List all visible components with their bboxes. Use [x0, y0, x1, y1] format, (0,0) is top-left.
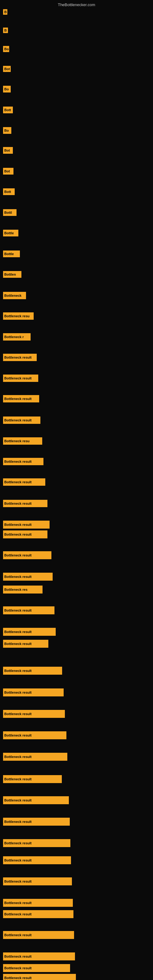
bar-label: Bo	[3, 46, 9, 52]
bar-item: Bottleneck result	[3, 818, 70, 826]
bar-item: Bottleneck result	[3, 573, 53, 581]
bar-item: Bottleneck resu	[3, 438, 42, 445]
bar-label: Bot	[3, 168, 13, 175]
bar-label: Bottleneck r	[3, 333, 30, 340]
bar-item: Bottl	[3, 209, 16, 216]
bar-item: Bott	[3, 188, 15, 195]
bar-label: Bottleneck result	[3, 478, 45, 486]
bar-item: Bottleneck result	[3, 731, 66, 739]
bar-label: Bottleneck result	[3, 731, 66, 739]
bar-item: Bottleneck result	[3, 606, 54, 614]
bar-label: Bottleneck result	[3, 573, 53, 581]
bar-item: Bottleneck result	[3, 796, 69, 804]
bar-item: Bottleneck result	[3, 667, 62, 675]
bar-item: Bottleneck result	[3, 931, 74, 939]
bar-label: Bottleneck result	[3, 500, 48, 507]
bar-label: Bottleneck result	[3, 689, 64, 697]
bar-label: Bottleneck res	[3, 585, 43, 593]
bar-item: Bottleneck result	[3, 395, 39, 402]
bar-item: Bottleneck res	[3, 585, 43, 593]
bar-item: Bottleneck result	[3, 478, 45, 486]
bar-item: Bottleneck result	[3, 551, 51, 559]
bar-label: Bottleneck resu	[3, 312, 33, 320]
bar-label: Bottl	[3, 209, 16, 216]
bar-item: Bo	[3, 127, 11, 134]
bar-label: Bottleneck result	[3, 530, 48, 538]
bar-label: Bottleneck result	[3, 953, 75, 960]
bar-label: Bottleneck result	[3, 964, 70, 972]
bar-item: Bottleneck result	[3, 520, 49, 528]
bar-label: Bo	[3, 127, 11, 134]
bar-label: Bottleneck result	[3, 775, 62, 783]
bar-label: Bottle	[3, 230, 18, 236]
bar-label: Bottleneck result	[3, 417, 40, 424]
bar-label: Bottle	[3, 250, 20, 257]
bar-item: Bottleneck result	[3, 689, 64, 697]
bar-item: B	[3, 9, 7, 15]
bar-label: Bott	[3, 188, 15, 195]
bar-item: B	[3, 27, 8, 33]
bar-item: Bottleneck result	[3, 964, 70, 972]
bar-label: Bottleneck result	[3, 667, 62, 675]
bar-item: Bottleneck result	[3, 839, 70, 847]
bar-label: Bottleneck result	[3, 458, 43, 465]
bar-item: Bottleneck result	[3, 974, 76, 980]
bar-item: Bottleneck result	[3, 753, 67, 761]
bar-item: Bottleneck result	[3, 458, 43, 465]
bar-item: Bo	[3, 86, 11, 92]
bar-item: Bottleneck result	[3, 856, 71, 864]
bar-label: Bottleneck result	[3, 395, 39, 402]
bar-item: Bottleneck result	[3, 899, 73, 907]
bar-label: Bottleneck result	[3, 899, 73, 907]
bar-label: Bo	[3, 86, 11, 92]
bar-label: Bot	[3, 66, 11, 72]
bar-item: Bottleneck result	[3, 354, 37, 361]
bar-label: Bottleneck result	[3, 818, 70, 826]
bar-item: Bot	[3, 66, 11, 72]
bar-item: Bott	[3, 107, 13, 113]
bar-label: Bott	[3, 107, 13, 113]
bar-label: Bottlen	[3, 271, 21, 278]
bar-label: Bottleneck result	[3, 796, 69, 804]
bar-label: Bot	[3, 147, 13, 154]
bar-item: Bottleneck result	[3, 953, 75, 960]
bar-item: Bottleneck result	[3, 417, 40, 424]
bar-label: Bottleneck result	[3, 931, 74, 939]
bar-label: Bottleneck result	[3, 375, 38, 382]
bar-label: Bottleneck result	[3, 710, 65, 718]
bar-label: Bottleneck result	[3, 606, 54, 614]
bar-label: Bottleneck result	[3, 753, 67, 761]
bar-item: Bot	[3, 168, 13, 175]
bar-label: Bottleneck result	[3, 910, 73, 918]
bar-item: Bottlen	[3, 271, 21, 278]
bar-label: Bottleneck result	[3, 839, 70, 847]
bar-label: Bottleneck result	[3, 856, 71, 864]
bar-item: Bottleneck result	[3, 640, 48, 648]
bar-item: Bot	[3, 147, 13, 154]
bar-item: Bottleneck resu	[3, 312, 33, 320]
bar-label: Bottleneck result	[3, 640, 48, 648]
bar-item: Bottleneck result	[3, 500, 48, 507]
bar-item: Bottleneck r	[3, 333, 30, 340]
bar-item: Bo	[3, 46, 9, 52]
bar-label: B	[3, 9, 7, 15]
bar-item: Bottleneck	[3, 292, 26, 299]
bar-label: Bottleneck result	[3, 877, 72, 885]
bar-item: Bottleneck result	[3, 375, 38, 382]
bar-item: Bottleneck result	[3, 910, 73, 918]
bar-item: Bottleneck result	[3, 628, 56, 636]
bar-item: Bottleneck result	[3, 530, 48, 538]
bar-item: Bottleneck result	[3, 775, 62, 783]
bar-item: Bottle	[3, 230, 18, 236]
bar-label: Bottleneck result	[3, 974, 76, 980]
bar-label: Bottleneck	[3, 292, 26, 299]
bar-item: Bottle	[3, 250, 20, 257]
bar-label: Bottleneck result	[3, 551, 51, 559]
bar-item: Bottleneck result	[3, 877, 72, 885]
bar-label: Bottleneck resu	[3, 438, 42, 445]
bar-label: Bottleneck result	[3, 520, 49, 528]
bar-label: B	[3, 27, 8, 33]
site-title: TheBottlenecker.com	[58, 2, 95, 7]
bar-item: Bottleneck result	[3, 710, 65, 718]
bar-label: Bottleneck result	[3, 354, 37, 361]
